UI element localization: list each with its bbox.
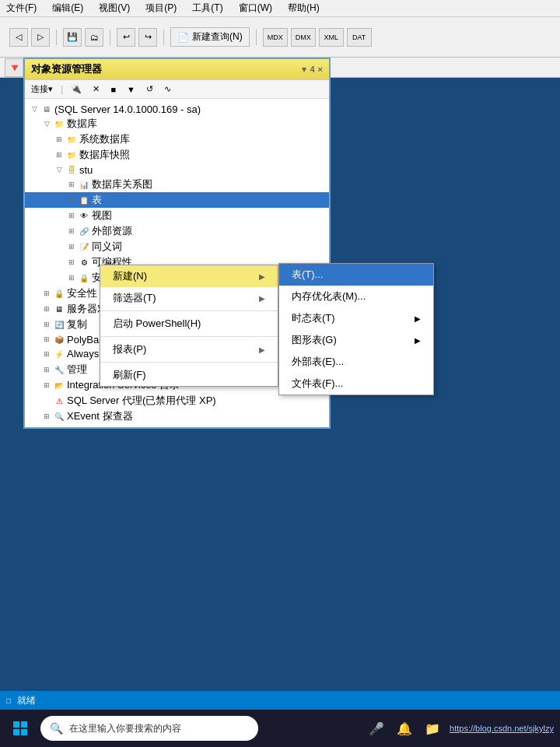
server-icon: 🖥 [40,103,53,115]
tree-expand-alwayson[interactable]: ⊞ [40,350,53,358]
tree-sqlagent-node[interactable]: ⚠ SQL Server 代理(已禁用代理 XP) [25,393,329,409]
integration-icon: 📂 [53,379,65,391]
new-query-label: 新建查询(N) [192,30,243,44]
oe-disconnect-btn[interactable]: 🔌 [68,82,85,96]
toolbar-undo-btn[interactable]: ↩ [117,28,135,47]
taskbar-folder-icon[interactable]: 📁 [422,717,443,739]
toolbar-dat-btn[interactable]: DAT [347,28,372,47]
menu-edit[interactable]: 编辑(E) [49,0,86,16]
tree-expand-prog[interactable]: ⊞ [65,258,78,266]
sub-memtable-item[interactable]: 内存优化表(M)... [279,286,433,307]
tree-synonyms-node[interactable]: ⊞ 📝 同义词 [25,239,329,254]
replication-icon: 🔄 [53,318,65,331]
ctx-report-label: 报表(P) [113,342,146,356]
tree-expand-tables[interactable]: ⊞ [65,196,78,204]
sub-temporal-item[interactable]: 时态表(T) ▶ [279,307,433,329]
toolbar-redo-btn[interactable]: ↪ [138,28,157,47]
views-icon: 👁 [78,209,90,222]
taskbar-search-box[interactable]: 🔍 在这里输入你要搜索的内容 [40,716,258,741]
menu-view[interactable]: 视图(V) [96,0,133,16]
oe-filter-btn[interactable]: ▼ [124,83,138,96]
ctx-new-item[interactable]: 新建(N) ▶ [100,265,278,287]
oe-refresh-btn[interactable]: ↺ [143,82,156,96]
sub-file-item[interactable]: 文件表(F)... [279,373,433,395]
tree-expand-stu[interactable]: ▽ [53,166,65,174]
tree-expand-snapshot[interactable]: ⊞ [53,151,65,159]
ctx-sep1 [100,310,278,311]
menu-window[interactable]: 窗口(W) [236,0,275,16]
ctx-powershell-item[interactable]: 启动 PowerShell(H) [100,313,278,335]
tree-stu-node[interactable]: ▽ 🗄 stu [25,163,329,177]
ctx-report-arrow: ▶ [259,345,265,354]
menu-help[interactable]: 帮助(H) [285,0,323,16]
tree-expand-views[interactable]: ⊞ [65,212,78,219]
oe-disconnect2-btn[interactable]: ✕ [89,82,103,96]
tree-tables-node[interactable]: ⊞ 📋 表 [25,192,329,208]
tree-expand-serverobj[interactable]: ⊞ [40,305,53,313]
tree-expand-xevent[interactable]: ⊞ [40,412,53,420]
toolbar-xml-btn[interactable]: XML [319,28,344,47]
start-button[interactable] [6,714,34,742]
menu-file[interactable]: 文件(F) [3,0,40,16]
toolbar-mdx-btn[interactable]: MDX [263,28,288,47]
tree-xevent-node[interactable]: ⊞ 🔍 XEvent 探查器 [25,409,329,424]
oe-titlebar-controls[interactable]: ▾ 4 × [302,65,323,75]
sub-table-item[interactable]: 表(T)... [279,264,433,286]
tree-expand-synonyms[interactable]: ⊞ [65,243,78,251]
svg-rect-0 [13,721,19,728]
toolbar-back-btn[interactable]: ◁ [9,28,28,47]
toolbar-filter-btn[interactable]: 🔻 [5,58,23,77]
tree-sec-top-label: 安全性 [67,286,97,300]
tree-expand-integration[interactable]: ⊞ [40,381,53,389]
tree-dbdiagram-node[interactable]: ⊞ 📊 数据库关系图 [25,177,329,192]
oe-close-btn[interactable]: × [318,65,323,75]
tree-server-node[interactable]: ▽ 🖥 (SQL Server 14.0.1000.169 - sa) [25,102,329,116]
menu-tools[interactable]: 工具(T) [189,0,226,16]
tree-snapshot-node[interactable]: ⊞ 📁 数据库快照 [25,147,329,163]
oe-summary-btn[interactable]: ∿ [161,82,174,96]
menu-project[interactable]: 项目(P) [142,0,180,16]
taskbar-notifications-icon[interactable]: 🔔 [394,717,415,739]
tree-expand-server[interactable]: ▽ [28,105,40,113]
tree-expand-sec-stu[interactable]: ⊞ [65,274,78,282]
tree-expand-dbdiagram[interactable]: ⊞ [65,181,78,188]
sub-graph-item[interactable]: 图形表(G) ▶ [279,329,433,351]
ctx-refresh-item[interactable]: 刷新(F) [100,364,278,386]
tree-expand-polybase[interactable]: ⊞ [40,335,53,343]
tree-expand-sec-top[interactable]: ⊞ [40,289,53,297]
ctx-report-item[interactable]: 报表(P) ▶ [100,338,278,360]
toolbar-saveall-btn[interactable]: 🗂 [85,28,103,47]
taskbar-mic-icon[interactable]: 🎤 [366,717,387,739]
sub-external-item[interactable]: 外部表(E)... [279,351,433,373]
toolbar-dml-btn[interactable]: DMX [291,28,316,47]
oe-pin-btn[interactable]: ▾ [302,65,306,75]
status-icon: □ [6,696,11,705]
tree-expand-external[interactable]: ⊞ [65,227,78,235]
sysdb-icon: 📁 [65,133,78,146]
tree-views-label: 视图 [92,209,112,223]
tree-views-node[interactable]: ⊞ 👁 视图 [25,208,329,223]
tree-expand-sysdb[interactable]: ⊞ [53,135,65,143]
tree-sysdb-node[interactable]: ⊞ 📁 系统数据库 [25,132,329,147]
svg-rect-1 [21,721,27,728]
new-query-button[interactable]: 📄 新建查询(N) [170,27,250,47]
oe-connect-btn[interactable]: 连接▾ [28,82,56,96]
tree-expand-mgmt[interactable]: ⊞ [40,366,53,374]
sub-graph-label: 图形表(G) [292,333,337,347]
tree-expand-databases[interactable]: ▽ [40,120,53,128]
status-bar: □ 就绪 [0,691,560,710]
polybase-icon: 📦 [53,333,65,345]
tree-external-node[interactable]: ⊞ 🔗 外部资源 [25,223,329,239]
toolbar-sep1 [56,30,57,45]
synonyms-icon: 📝 [78,240,90,253]
toolbar-save-btn[interactable]: 💾 [63,28,82,47]
taskbar-url[interactable]: https://blog.csdn.net/sjkylzy [450,724,554,733]
ctx-filter-item[interactable]: 筛选器(T) ▶ [100,287,278,309]
taskbar-right: 🎤 🔔 📁 https://blog.csdn.net/sjkylzy [366,717,554,739]
stu-db-icon: 🗄 [65,163,78,176]
oe-dock-btn[interactable]: 4 [310,65,314,75]
oe-stop-btn[interactable]: ■ [107,83,119,96]
toolbar-forward-btn[interactable]: ▷ [31,28,50,47]
tree-databases-node[interactable]: ▽ 📁 数据库 [25,116,329,132]
tree-expand-replication[interactable]: ⊞ [40,321,53,328]
